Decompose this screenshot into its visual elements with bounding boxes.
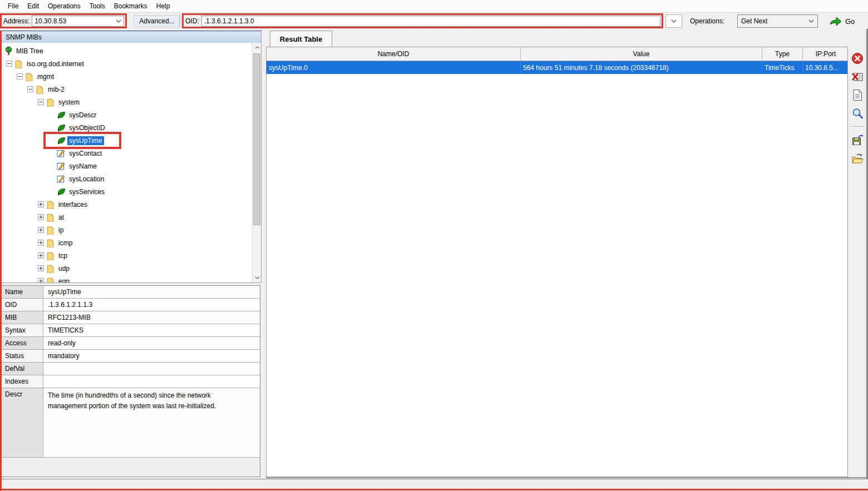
menu-operations[interactable]: Operations — [43, 1, 85, 12]
tree-node-iso-org-dod-internet[interactable]: iso.org.dod.internet — [2, 57, 261, 70]
tree-node-label: sysUpTime — [67, 136, 104, 145]
expand-icon[interactable] — [38, 265, 46, 271]
tree-node-tcp[interactable]: tcp — [2, 249, 261, 262]
tree-node-label: MIB Tree — [14, 47, 45, 56]
collapse-icon[interactable] — [38, 99, 46, 105]
column-header-ip-port[interactable]: IP:Port — [803, 47, 849, 61]
open-folder-button[interactable] — [851, 152, 864, 165]
menu-bookmarks[interactable]: Bookmarks — [110, 1, 152, 12]
expand-icon[interactable] — [38, 201, 46, 207]
scroll-up-icon[interactable] — [253, 43, 262, 52]
log-document-button[interactable] — [851, 88, 864, 102]
leaf-icon — [57, 111, 67, 120]
clear-table-button[interactable] — [851, 70, 864, 83]
tree-node-label: interfaces — [57, 200, 89, 209]
expand-icon[interactable] — [38, 227, 46, 233]
export-icon — [851, 134, 864, 146]
expand-icon[interactable] — [38, 214, 46, 220]
collapse-icon[interactable] — [6, 61, 14, 67]
menu-edit[interactable]: Edit — [23, 1, 43, 12]
result-tabbar: Result Table — [266, 31, 848, 47]
collapse-icon[interactable] — [17, 73, 25, 80]
folder-icon — [46, 277, 57, 284]
menu-help[interactable]: Help — [152, 1, 175, 12]
result-name-oid: sysUpTime.0 — [267, 61, 521, 74]
property-row-defval: DefVal — [2, 363, 260, 375]
property-value: .1.3.6.1.2.1.1.3 — [43, 299, 260, 311]
result-row[interactable]: sysUpTime.0564 hours 51 minutes 7.18 sec… — [267, 61, 847, 74]
expand-icon[interactable] — [38, 278, 46, 283]
go-arrow-icon — [829, 16, 842, 26]
property-label: OID — [2, 299, 43, 311]
scrollbar-thumb[interactable] — [253, 53, 260, 225]
go-button[interactable]: Go — [829, 15, 855, 27]
tree-node-sysobjectid[interactable]: sysObjectID — [2, 121, 261, 134]
expand-icon[interactable] — [38, 252, 46, 259]
menu-file[interactable]: File — [3, 1, 23, 12]
tree-node-label: mgmt — [36, 72, 56, 81]
tree-node-egp[interactable]: egp — [2, 275, 261, 283]
oid-annotation-box: OID: .1.3.6.1.2.1.1.3.0 — [182, 13, 663, 28]
tab-result-table[interactable]: Result Table — [270, 31, 332, 47]
pen-icon — [57, 162, 67, 171]
tree-node-syscontact[interactable]: sysContact — [2, 147, 261, 160]
tree-node-sysuptime[interactable]: sysUpTime — [2, 134, 261, 147]
chevron-down-icon[interactable] — [112, 19, 121, 23]
advanced-button[interactable]: Advanced... — [134, 15, 180, 27]
folder-icon — [46, 98, 57, 107]
oid-dropdown-button[interactable] — [665, 14, 682, 28]
annotation-left-line — [0, 31, 2, 491]
oid-input[interactable]: .1.3.6.1.2.1.1.3.0 — [201, 16, 660, 27]
tree-node-label: sysObjectID — [67, 123, 107, 132]
column-header-type[interactable]: Type — [762, 47, 803, 61]
tree-node-mib-2[interactable]: mib-2 — [2, 83, 261, 96]
search-button[interactable] — [851, 107, 864, 120]
tree-node-udp[interactable]: udp — [2, 262, 261, 275]
folder-icon — [36, 85, 46, 94]
tree-node-label: udp — [57, 264, 71, 273]
tree-node-icmp[interactable]: icmp — [2, 236, 261, 249]
property-row-syntax: SyntaxTIMETICKS — [2, 324, 260, 337]
column-header-name-oid[interactable]: Name/OID — [267, 47, 521, 61]
operations-value: Get Next — [741, 17, 767, 25]
tree-scrollbar[interactable] — [252, 43, 261, 282]
tree-node-mib-tree[interactable]: MIB Tree — [2, 44, 261, 57]
property-value: read-only — [43, 337, 260, 349]
tree-node-label: mib-2 — [46, 85, 66, 94]
tree-node-label: sysServices — [67, 187, 106, 196]
tree-node-sysservices[interactable]: sysServices — [2, 185, 261, 198]
pen-icon — [57, 149, 67, 158]
tree-node-system[interactable]: system — [2, 96, 261, 108]
leaf-icon — [57, 123, 67, 132]
annotation-bottom-line — [0, 489, 868, 490]
clear-table-icon — [851, 71, 864, 83]
search-icon — [851, 107, 864, 120]
tree-node-sysname[interactable]: sysName — [2, 160, 261, 172]
property-label: DefVal — [2, 363, 43, 375]
oid-value: .1.3.6.1.2.1.1.3.0 — [204, 17, 254, 25]
tree-node-syslocation[interactable]: sysLocation — [2, 172, 261, 185]
scroll-down-icon[interactable] — [253, 273, 262, 282]
folder-icon — [46, 251, 57, 260]
tree-node-at[interactable]: at — [2, 211, 261, 224]
folder-icon — [46, 213, 57, 222]
tree-node-interfaces[interactable]: interfaces — [2, 198, 261, 211]
tree-node-ip[interactable]: ip — [2, 224, 261, 236]
menu-tools[interactable]: Tools — [85, 1, 110, 12]
address-combobox[interactable]: 10.30.8.53 — [32, 16, 124, 27]
stop-button[interactable] — [851, 52, 864, 65]
tree-node-mgmt[interactable]: mgmt — [2, 70, 261, 83]
tree-node-label: iso.org.dod.internet — [25, 59, 86, 68]
export-button[interactable] — [851, 133, 864, 147]
tree-node-sysdescr[interactable]: sysDescr — [2, 108, 261, 121]
tree-node-label: tcp — [57, 251, 69, 260]
operations-select[interactable]: Get Next — [737, 14, 818, 28]
node-properties-table: NamesysUpTimeOID.1.3.6.1.2.1.1.3MIBRFC12… — [1, 285, 260, 477]
collapse-icon[interactable] — [27, 86, 36, 92]
expand-icon[interactable] — [38, 240, 46, 246]
toolbar-separator — [850, 126, 865, 127]
property-row-descr: DescrThe time (in hundredths of a second… — [2, 388, 260, 458]
column-header-value[interactable]: Value — [521, 47, 762, 61]
leaf-icon — [57, 136, 67, 145]
mib-tree: MIB Treeiso.org.dod.internetmgmtmib-2sys… — [1, 43, 262, 283]
